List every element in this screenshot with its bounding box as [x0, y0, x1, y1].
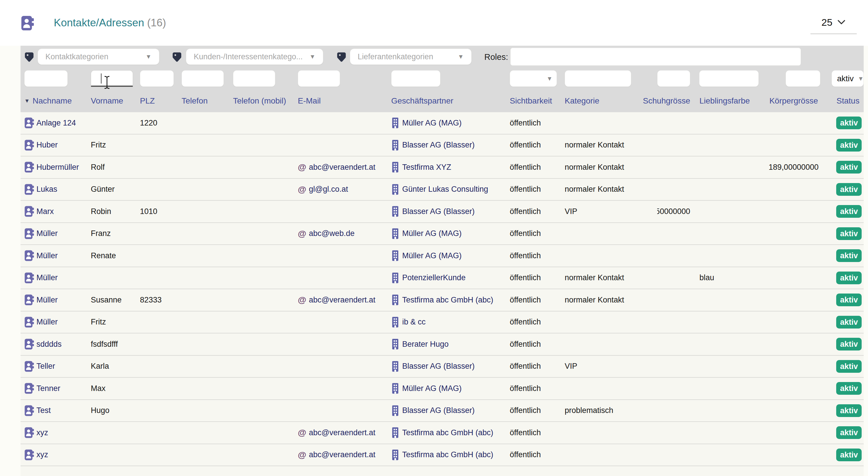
- contact-name-link[interactable]: Müller: [36, 318, 58, 326]
- column-header-email[interactable]: E-Mail: [298, 96, 391, 106]
- filter-lieblingsfarbe-input[interactable]: [699, 70, 759, 87]
- business-partner-link[interactable]: Blasser AG (Blasser): [402, 141, 475, 150]
- email-at-icon: @: [298, 450, 306, 460]
- contact-card-icon: [24, 139, 34, 151]
- business-partner-link[interactable]: Müller AG (MAG): [402, 229, 462, 238]
- status-badge[interactable]: aktiv: [836, 249, 862, 262]
- dropdown-arrow-icon: ▼: [309, 53, 315, 60]
- business-partner-link[interactable]: Müller AG (MAG): [402, 384, 462, 393]
- contact-name-link[interactable]: Test: [36, 406, 51, 415]
- status-badge[interactable]: aktiv: [836, 338, 862, 351]
- table-row: Teller Karla @ Blasser AG (Blasser): [21, 356, 864, 378]
- cell-nachname: sdddds: [24, 338, 91, 350]
- filter-geschaeftspartner-input[interactable]: [391, 70, 440, 87]
- email-link[interactable]: abc@veraendert.at: [309, 163, 375, 172]
- status-badge[interactable]: aktiv: [836, 316, 862, 329]
- column-header-status[interactable]: Status: [820, 96, 864, 106]
- customer-categories-select[interactable]: Kunden-/Interessentenkatego... ▼: [186, 49, 323, 65]
- filter-koerpergroesse-input[interactable]: [785, 70, 820, 87]
- cell-geschaeftspartner: Müller AG (MAG): [391, 117, 510, 129]
- cell-status: aktiv: [820, 272, 864, 284]
- contact-name-link[interactable]: Tenner: [36, 384, 60, 393]
- email-link[interactable]: abc@web.de: [309, 229, 354, 238]
- email-link[interactable]: abc@veraendert.at: [309, 296, 375, 304]
- cell-sichtbarkeit: öffentlich: [510, 163, 565, 172]
- status-badge[interactable]: aktiv: [836, 183, 862, 196]
- status-badge[interactable]: aktiv: [836, 360, 862, 373]
- column-header-koerpergroesse[interactable]: Körpergrösse: [758, 96, 820, 106]
- business-partner-link[interactable]: Testfirma abc GmbH (abc): [402, 296, 493, 304]
- filter-sichtbarkeit-select[interactable]: ▼: [510, 70, 557, 87]
- business-partner-link[interactable]: Blasser AG (Blasser): [402, 362, 475, 371]
- contact-name-link[interactable]: Marx: [36, 207, 54, 216]
- business-partner-link[interactable]: Müller AG (MAG): [402, 119, 462, 127]
- column-header-plz[interactable]: PLZ: [140, 96, 182, 106]
- contact-name-link[interactable]: Huber: [36, 141, 58, 150]
- cell-status: aktiv: [820, 338, 864, 351]
- status-badge[interactable]: aktiv: [836, 404, 862, 417]
- column-filters-row: ▼ aktiv▼: [21, 70, 864, 87]
- contact-name-link[interactable]: xyz: [36, 428, 48, 437]
- business-partner-link[interactable]: ib & cc: [402, 318, 426, 326]
- business-partner-link[interactable]: PotenziellerKunde: [402, 273, 466, 282]
- status-badge[interactable]: aktiv: [836, 161, 862, 174]
- column-header-telefon-mobil[interactable]: Telefon (mobil): [233, 96, 298, 106]
- business-partner-link[interactable]: Testfirma abc GmbH (abc): [402, 428, 493, 437]
- cell-sichtbarkeit: öffentlich: [510, 141, 565, 150]
- contact-name-link[interactable]: Müller: [36, 251, 58, 260]
- status-badge[interactable]: aktiv: [836, 205, 862, 218]
- business-partner-link[interactable]: Müller AG (MAG): [402, 251, 462, 260]
- filter-plz-input[interactable]: [140, 70, 174, 87]
- status-badge[interactable]: aktiv: [836, 227, 862, 240]
- filter-nachname-input[interactable]: [24, 70, 68, 87]
- column-header-lieblingsfarbe[interactable]: Lieblingsfarbe: [690, 96, 758, 106]
- filter-telefon-mobil-input[interactable]: [233, 70, 275, 87]
- cell-email: @ abc@veraendert.at: [298, 295, 391, 305]
- business-partner-link[interactable]: Günter Lukas Consulting: [402, 185, 488, 194]
- business-partner-link[interactable]: Blasser AG (Blasser): [402, 406, 475, 415]
- column-header-sichtbarkeit[interactable]: Sichtbarkeit: [510, 96, 565, 106]
- status-badge[interactable]: aktiv: [836, 117, 862, 129]
- business-partner-link[interactable]: Testfirma XYZ: [402, 163, 451, 172]
- filter-status-select[interactable]: aktiv▼: [832, 70, 864, 87]
- filter-email-input[interactable]: [298, 70, 340, 87]
- page-size-select[interactable]: 25: [810, 15, 857, 34]
- supplier-categories-select[interactable]: Lieferantenkategorien ▼: [350, 49, 472, 65]
- contact-name-link[interactable]: Lukas: [36, 185, 57, 194]
- contact-name-link[interactable]: xyz: [36, 450, 48, 459]
- column-header-geschaeftspartner[interactable]: Geschäftspartner: [391, 96, 510, 106]
- status-badge[interactable]: aktiv: [836, 294, 862, 306]
- contact-name-link[interactable]: Hubermüller: [36, 163, 79, 172]
- email-link[interactable]: gl@gl.co.at: [309, 185, 348, 194]
- contact-card-icon: [24, 272, 34, 284]
- email-link[interactable]: abc@veraendert.at: [309, 450, 375, 459]
- filter-kategorie-input[interactable]: [565, 70, 631, 87]
- status-badge[interactable]: aktiv: [836, 272, 862, 284]
- cell-geschaeftspartner: Blasser AG (Blasser): [391, 361, 510, 372]
- status-badge[interactable]: aktiv: [836, 426, 862, 439]
- contact-categories-select[interactable]: Kontaktkategorien ▼: [38, 49, 159, 65]
- contact-name-link[interactable]: Teller: [36, 362, 55, 371]
- column-header-vorname[interactable]: Vorname: [91, 96, 140, 106]
- contact-name-link[interactable]: Müller: [36, 273, 58, 282]
- filter-vorname-input[interactable]: [91, 70, 133, 87]
- filter-telefon-input[interactable]: [182, 70, 224, 87]
- contact-name-link[interactable]: Anlage 124: [36, 119, 76, 127]
- business-partner-link[interactable]: Berater Hugo: [402, 340, 449, 349]
- contact-name-link[interactable]: sdddds: [36, 340, 62, 349]
- contact-name-link[interactable]: Müller: [36, 296, 58, 304]
- roles-input[interactable]: [510, 48, 801, 66]
- status-badge[interactable]: aktiv: [836, 382, 862, 395]
- column-header-nachname[interactable]: ▼Nachname: [24, 96, 91, 106]
- contact-name-link[interactable]: Müller: [36, 229, 58, 238]
- status-badge[interactable]: aktiv: [836, 139, 862, 152]
- filter-schuhgroesse-input[interactable]: [657, 70, 690, 87]
- status-badge[interactable]: aktiv: [836, 449, 862, 461]
- business-partner-link[interactable]: Blasser AG (Blasser): [402, 207, 475, 216]
- cell-kategorie: normaler Kontakt: [565, 163, 657, 172]
- business-partner-link[interactable]: Testfirma abc GmbH (abc): [402, 450, 493, 459]
- column-header-telefon[interactable]: Telefon: [182, 96, 233, 106]
- column-header-schuhgroesse[interactable]: Schuhgrösse: [657, 96, 690, 106]
- cell-kategorie: normaler Kontakt: [565, 185, 657, 194]
- email-link[interactable]: abc@veraendert.at: [309, 428, 375, 437]
